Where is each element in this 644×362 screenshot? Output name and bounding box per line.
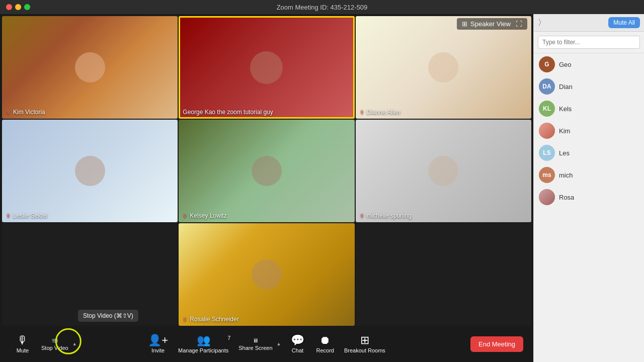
- participant-name-leslie: 🎙 Leslie Seidel: [6, 212, 47, 219]
- main-container: ⊞ Speaker View ⛶ 🎙 Kim Victoria: [0, 14, 644, 362]
- sidebar-participant-kels[interactable]: KL Kels: [534, 98, 644, 120]
- search-input[interactable]: [538, 36, 640, 49]
- mic-muted-icon-leslie: 🎙: [6, 213, 11, 219]
- avatar-geo: G: [539, 56, 555, 72]
- stop-video-tooltip: Stop Video (⌘⇧V): [78, 310, 138, 322]
- avatar-mich: ms: [539, 167, 555, 183]
- participant-name-michelle: 🎙 michelle spurling: [360, 212, 412, 219]
- sidebar-participant-kim2[interactable]: Kim: [534, 120, 644, 142]
- share-screen-label: Share Screen: [238, 345, 272, 351]
- chevron-up-icon: ▲: [72, 341, 77, 346]
- video-top-bar: ⊞ Speaker View ⛶: [451, 14, 533, 34]
- sidebar-name-mich: mich: [559, 171, 573, 179]
- avatar-les: LS: [539, 145, 555, 161]
- participant-name-rosalie: 🎙 Rosalie Schneider: [183, 316, 238, 323]
- video-cell-leslie: 🎙 Leslie Seidel: [2, 120, 178, 222]
- share-screen-icon: 🖥: [253, 337, 258, 343]
- toolbar-right: End Meeting: [470, 336, 523, 352]
- sidebar-name-dian: Dian: [559, 83, 573, 90]
- mic-icon: 🎙: [17, 335, 28, 346]
- breakout-icon: ⊞: [360, 335, 369, 346]
- share-screen-button[interactable]: 🖥 Share Screen: [234, 335, 274, 353]
- avatar-dian: DA: [539, 78, 555, 95]
- speaker-view-label: Speaker View: [470, 20, 511, 28]
- sidebar-participant-geo[interactable]: G Geo: [534, 53, 644, 75]
- sidebar-participant-mich[interactable]: ms mich: [534, 164, 644, 186]
- video-cell-rosalie: 🎙 Rosalie Schneider: [179, 223, 354, 326]
- record-button[interactable]: ⏺ Record: [312, 333, 338, 355]
- stop-video-button[interactable]: 📹 Stop Video: [37, 335, 70, 353]
- video-icon: 📹: [51, 337, 58, 343]
- chat-label: Chat: [292, 347, 303, 353]
- toolbar-left: 🎙 Mute 📹 Stop Video ▲: [10, 333, 79, 355]
- participant-name-kim: 🎙 Kim Victoria: [6, 109, 45, 116]
- record-icon: ⏺: [319, 335, 331, 346]
- sidebar-name-kels: Kels: [559, 105, 572, 113]
- video-cell-kelsey: 🎙 Kelsey Lowitz: [179, 120, 354, 222]
- stop-video-label: Stop Video: [41, 345, 68, 351]
- sidebar-name-les: Les: [559, 149, 570, 157]
- mic-muted-icon-rosalie: 🎙: [183, 317, 188, 322]
- avatar-kels: KL: [539, 101, 555, 117]
- breakout-rooms-button[interactable]: ⊞ Breakout Rooms: [340, 333, 389, 355]
- invite-label: Invite: [151, 347, 165, 353]
- participant-count-badge: 7: [227, 335, 230, 341]
- meeting-title: Zoom Meeting ID: 435-212-509: [277, 4, 368, 11]
- stop-video-arrow[interactable]: ▲: [70, 335, 79, 353]
- share-screen-arrow[interactable]: ▲: [275, 335, 283, 353]
- fullscreen-icon: ⛶: [516, 20, 522, 28]
- fullscreen-button[interactable]: [24, 4, 30, 10]
- mic-muted-icon-dianne: 🎙: [360, 110, 365, 115]
- close-button[interactable]: [6, 4, 12, 10]
- video-cell-kim: 🎙 Kim Victoria: [2, 16, 178, 119]
- sidebar-name-rosa: Rosa: [559, 194, 574, 201]
- share-chevron-icon: ▲: [277, 341, 281, 346]
- avatar-rosa: [539, 189, 555, 205]
- participants-icon: 👥: [197, 335, 210, 346]
- mute-all-button[interactable]: Mute All: [608, 17, 640, 28]
- toolbar-center: 👤+ Invite 👥 Manage Participants 7 🖥 Shar…: [144, 333, 389, 355]
- manage-participants-button[interactable]: 👥 Manage Participants 7: [174, 333, 232, 355]
- traffic-lights: [6, 4, 30, 10]
- video-area: ⊞ Speaker View ⛶ 🎙 Kim Victoria: [0, 14, 533, 362]
- sidebar-participant-rosa[interactable]: Rosa: [534, 186, 644, 208]
- invite-icon: 👤+: [148, 335, 168, 346]
- sidebar: 〉 Mute All G Geo DA Dian K: [533, 14, 644, 362]
- manage-participants-label: Manage Participants: [178, 347, 228, 353]
- invite-button[interactable]: 👤+ Invite: [144, 333, 172, 355]
- end-meeting-button[interactable]: End Meeting: [470, 336, 523, 352]
- participant-name-george: George Kao the zoom tutorial guy: [183, 109, 273, 116]
- speaker-view-button[interactable]: ⊞ Speaker View ⛶: [457, 18, 527, 30]
- participant-name-dianne: 🎙 Dianne Allen: [360, 109, 400, 116]
- sidebar-search: [534, 32, 644, 53]
- sidebar-participant-dian[interactable]: DA Dian: [534, 75, 644, 98]
- avatar-kim2: [539, 123, 555, 139]
- video-cell-george: George Kao the zoom tutorial guy: [179, 16, 354, 119]
- toolbar: 🎙 Mute 📹 Stop Video ▲: [0, 326, 533, 362]
- breakout-rooms-label: Breakout Rooms: [344, 347, 385, 353]
- record-label: Record: [316, 347, 334, 353]
- video-cell-empty-2: [356, 223, 531, 326]
- share-screen-group: 🖥 Share Screen ▲: [234, 335, 283, 353]
- sidebar-participants-list: G Geo DA Dian KL Kels Kim: [534, 53, 644, 362]
- minimize-button[interactable]: [15, 4, 21, 10]
- title-bar: Zoom Meeting ID: 435-212-509: [0, 0, 644, 14]
- chat-button[interactable]: 💬 Chat: [285, 333, 310, 355]
- grid-icon: ⊞: [462, 20, 467, 28]
- sidebar-participant-les[interactable]: LS Les: [534, 142, 644, 164]
- sidebar-name-kim2: Kim: [559, 127, 570, 135]
- sidebar-name-geo: Geo: [559, 61, 572, 68]
- sidebar-chevron-icon[interactable]: 〉: [538, 18, 546, 28]
- mic-muted-icon-kelsey: 🎙: [183, 213, 188, 219]
- mute-button[interactable]: 🎙 Mute: [10, 333, 35, 355]
- stop-video-group: 📹 Stop Video ▲: [37, 335, 79, 353]
- chat-icon: 💬: [291, 335, 304, 346]
- participant-name-kelsey: 🎙 Kelsey Lowitz: [183, 212, 226, 219]
- mic-muted-icon-michelle: 🎙: [360, 213, 365, 219]
- video-cell-michelle: 🎙 michelle spurling: [356, 120, 531, 222]
- mic-muted-icon-kim: 🎙: [6, 110, 11, 115]
- mute-label: Mute: [17, 347, 29, 353]
- video-grid: 🎙 Kim Victoria George Kao the zoom tutor…: [0, 14, 533, 326]
